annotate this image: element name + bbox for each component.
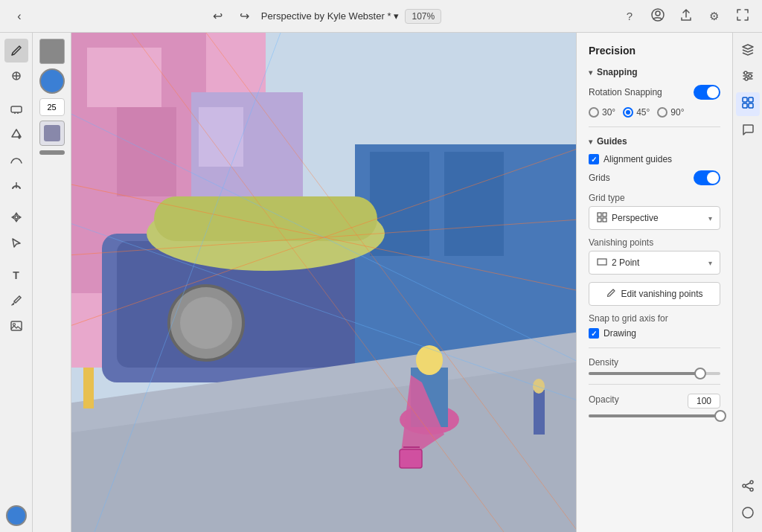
- settings-icon: ⚙: [709, 10, 719, 23]
- top-bar-center: ↩ ↪ Perspective by Kyle Webster * ▾ 107%: [208, 6, 441, 27]
- share-button[interactable]: [676, 6, 697, 27]
- svg-point-56: [743, 484, 746, 487]
- top-bar-right: ? ⚙: [619, 6, 753, 27]
- radio-30[interactable]: 30°: [589, 107, 615, 118]
- layers-icon: [741, 42, 755, 59]
- share-icon: [679, 8, 693, 24]
- opacity-slider-fill: [589, 414, 720, 417]
- color-primary[interactable]: [6, 505, 27, 526]
- svg-rect-32: [83, 368, 94, 408]
- svg-rect-44: [603, 213, 606, 217]
- brush-color-swatch[interactable]: [39, 39, 65, 64]
- grids-toggle[interactable]: [694, 170, 720, 185]
- svg-rect-53: [743, 103, 747, 108]
- comments-icon: [741, 123, 755, 139]
- canvas-area[interactable]: [71, 33, 576, 532]
- opacity-divider: [589, 384, 720, 385]
- paint-tool-button[interactable]: [4, 173, 28, 196]
- brush-shape[interactable]: [39, 121, 65, 146]
- share-nodes-icon: [741, 479, 755, 496]
- svg-point-57: [750, 488, 753, 491]
- precision-panel: Precision ▾ Snapping Rotation Snapping 3…: [576, 33, 732, 532]
- alignment-guides-label: Alignment guides: [603, 154, 672, 164]
- radio-90[interactable]: 90°: [657, 107, 684, 118]
- radio-45[interactable]: 45°: [623, 107, 650, 118]
- svg-rect-12: [117, 107, 176, 196]
- text-tool-button[interactable]: T: [4, 263, 28, 287]
- drawing-label: Drawing: [603, 328, 636, 339]
- grids-row: Grids: [589, 170, 720, 185]
- alignment-guides-checkbox[interactable]: [589, 154, 599, 164]
- snap-to-grid-label: Snap to grid axis for: [589, 313, 720, 324]
- density-slider-fill: [589, 372, 700, 375]
- zoom-level[interactable]: 107%: [405, 9, 441, 24]
- grid-type-dropdown[interactable]: Perspective ▾: [589, 206, 720, 230]
- rotation-angle-group: 30° 45° 90°: [589, 107, 720, 118]
- fullscreen-button[interactable]: [732, 6, 753, 27]
- guides-label: Guides: [597, 136, 627, 147]
- back-button[interactable]: ‹: [9, 6, 30, 27]
- svg-rect-43: [598, 213, 601, 217]
- brush-size-input[interactable]: [39, 98, 65, 116]
- edit-vanishing-points-label: Edit vanishing points: [621, 289, 702, 299]
- alignment-guides-row[interactable]: Alignment guides: [589, 154, 720, 164]
- layers-button[interactable]: [736, 39, 760, 63]
- text-icon: T: [13, 269, 19, 281]
- grid-type-container: Grid type Perspective ▾: [589, 193, 720, 230]
- grid-type-selected: Perspective: [612, 213, 659, 223]
- eraser-tool-button[interactable]: [4, 97, 28, 121]
- selection-tool-button[interactable]: [4, 231, 28, 254]
- far-right-panel: [732, 33, 762, 532]
- vanishing-points-label: Vanishing points: [589, 237, 720, 248]
- smudge-tool-button[interactable]: [4, 64, 28, 88]
- svg-point-48: [744, 71, 747, 74]
- svg-point-7: [13, 324, 15, 326]
- svg-rect-41: [400, 449, 422, 468]
- guides-section-header[interactable]: ▾ Guides: [589, 136, 720, 147]
- circle-button[interactable]: [736, 502, 760, 526]
- vanishing-points-container: Vanishing points 2 Point ▾: [589, 237, 720, 275]
- panel-title: Precision: [589, 45, 720, 57]
- brush-color-active[interactable]: [39, 68, 65, 94]
- vanishing-points-chevron-icon: ▾: [708, 259, 712, 267]
- opacity-value[interactable]: 100: [688, 394, 720, 408]
- top-bar-left: ‹: [9, 6, 30, 27]
- svg-point-55: [750, 481, 753, 484]
- svg-rect-46: [603, 218, 606, 222]
- brush-tool-button[interactable]: [4, 39, 28, 63]
- comments-button[interactable]: [736, 119, 760, 143]
- share-nodes-button[interactable]: [736, 475, 760, 499]
- vanishing-points-inner: 2 Point: [597, 257, 639, 269]
- grids-label: Grids: [589, 173, 610, 183]
- brush-shape-preview: [44, 125, 60, 141]
- vanishing-points-dropdown[interactable]: 2 Point ▾: [589, 251, 720, 275]
- settings-button[interactable]: ⚙: [704, 6, 725, 27]
- help-icon: ?: [627, 10, 633, 22]
- image-tool-button[interactable]: [4, 314, 28, 338]
- fill-tool-button[interactable]: [4, 122, 28, 146]
- svg-rect-54: [749, 103, 753, 108]
- transform-tool-button[interactable]: [4, 205, 28, 229]
- eyedropper-tool-button[interactable]: [4, 289, 28, 313]
- drawing-checkbox[interactable]: [589, 328, 599, 339]
- snapping-section-header[interactable]: ▾ Snapping: [589, 67, 720, 77]
- snapping-divider: [589, 126, 720, 127]
- svg-point-49: [749, 74, 752, 77]
- svg-rect-45: [598, 218, 601, 222]
- grid-type-icon: [597, 212, 607, 225]
- opacity-slider-thumb[interactable]: [714, 410, 726, 422]
- properties-icon: [741, 96, 755, 112]
- adjustments-button[interactable]: [736, 65, 760, 89]
- svg-rect-11: [87, 48, 161, 107]
- properties-button[interactable]: [736, 92, 760, 116]
- redo-button[interactable]: ↪: [234, 6, 255, 27]
- blend-tool-button[interactable]: [4, 147, 28, 171]
- drawing-row[interactable]: Drawing: [589, 328, 720, 339]
- undo-button[interactable]: ↩: [208, 6, 228, 27]
- profile-button[interactable]: [647, 6, 668, 27]
- edit-vanishing-points-button[interactable]: Edit vanishing points: [589, 282, 720, 306]
- help-button[interactable]: ?: [619, 6, 640, 27]
- rotation-snapping-toggle[interactable]: [694, 85, 720, 100]
- density-slider-thumb[interactable]: [694, 368, 706, 379]
- svg-point-4: [15, 216, 18, 219]
